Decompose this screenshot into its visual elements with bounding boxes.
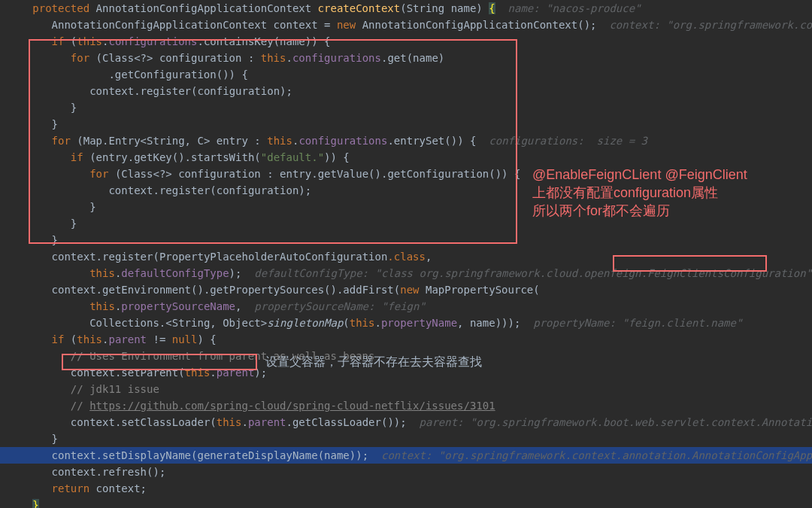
- code-line[interactable]: if (this.configurations.containsKey(name…: [0, 33, 812, 50]
- code-line[interactable]: // https://github.com/spring-cloud/sprin…: [0, 397, 812, 414]
- annotation-text-1: @EnableFeignCLient @FeignClient 上都没有配置co…: [532, 166, 747, 220]
- code-line[interactable]: }: [0, 99, 812, 116]
- code-line[interactable]: for (Map.Entry<String, C> entry : this.c…: [0, 132, 812, 149]
- code-line[interactable]: context.setClassLoader(this.parent.getCl…: [0, 414, 812, 430]
- code-line[interactable]: return context;: [0, 480, 812, 497]
- code-line[interactable]: if (this.parent != null) {: [0, 331, 812, 348]
- code-line[interactable]: // jdk11 issue: [0, 381, 812, 397]
- code-line[interactable]: context.refresh();: [0, 464, 812, 480]
- code-line[interactable]: Collections.<String, Object>singletonMap…: [0, 315, 812, 331]
- code-line[interactable]: }: [0, 116, 812, 132]
- code-line[interactable]: }: [0, 430, 812, 447]
- annotation-text-2: 设置父容器，子容器不存在去夫容器查找: [265, 354, 482, 370]
- code-line[interactable]: this.propertySourceName, propertySourceN…: [0, 298, 812, 315]
- code-line[interactable]: }: [0, 232, 812, 248]
- annotation-line: @EnableFeignCLient @FeignClient: [532, 166, 747, 184]
- code-editor[interactable]: @EnableFeignCLient @FeignClient 上都没有配置co…: [0, 0, 812, 508]
- code-line[interactable]: .getConfiguration()) {: [0, 66, 812, 83]
- code-line[interactable]: for (Class<?> configuration : this.confi…: [0, 50, 812, 66]
- code-line[interactable]: AnnotationConfigApplicationContext conte…: [0, 17, 812, 33]
- code-line-current[interactable]: context.setDisplayName(generateDisplayNa…: [0, 447, 812, 464]
- code-line[interactable]: context.register(configuration);: [0, 83, 812, 99]
- code-line[interactable]: if (entry.getKey().startsWith("default."…: [0, 149, 812, 166]
- code-line[interactable]: this.defaultConfigType); defaultConfigTy…: [0, 265, 812, 281]
- annotation-line: 所以两个for都不会遍历: [532, 202, 747, 220]
- code-line[interactable]: context.getEnvironment().getPropertySour…: [0, 281, 812, 298]
- code-line[interactable]: context.register(PropertyPlaceholderAuto…: [0, 248, 812, 265]
- annotation-line: 上都没有配置configuration属性: [532, 184, 747, 202]
- code-line[interactable]: }: [0, 497, 812, 508]
- code-line[interactable]: protected AnnotationConfigApplicationCon…: [0, 0, 812, 17]
